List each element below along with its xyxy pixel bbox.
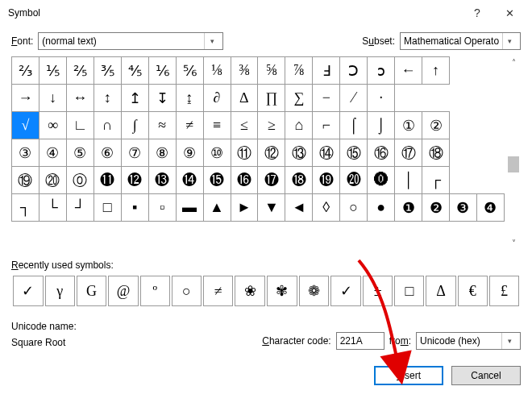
symbol-cell[interactable]: ≈ — [148, 112, 176, 139]
symbol-cell[interactable]: ⅗ — [94, 57, 121, 85]
symbol-cell[interactable]: ⑧ — [148, 139, 176, 167]
symbol-cell[interactable]: ⅖ — [66, 57, 94, 85]
symbol-cell[interactable]: ⑦ — [121, 139, 148, 167]
symbol-cell[interactable]: ⓱ — [258, 167, 285, 194]
recent-symbol-cell[interactable]: ○ — [172, 276, 202, 306]
symbol-cell[interactable]: ◄ — [285, 194, 313, 222]
symbol-cell[interactable]: ⓴ — [340, 167, 368, 194]
symbol-cell[interactable]: ⓳ — [313, 167, 340, 194]
symbol-cell[interactable]: ∞ — [39, 112, 66, 139]
symbol-cell[interactable]: ⑰ — [395, 139, 422, 167]
symbol-cell[interactable]: → — [12, 85, 39, 112]
symbol-cell[interactable]: ⑪ — [231, 139, 258, 167]
symbol-cell[interactable]: ○ — [340, 194, 368, 222]
symbol-cell[interactable]: ⌂ — [285, 112, 313, 139]
symbol-cell[interactable]: ⑳ — [39, 167, 66, 194]
symbol-cell[interactable]: ∟ — [66, 112, 94, 139]
recent-symbol-cell[interactable]: γ — [45, 276, 75, 306]
symbol-cell[interactable]: ⓲ — [285, 167, 313, 194]
symbol-cell[interactable]: Ↄ — [340, 57, 368, 85]
symbol-cell[interactable]: ⓭ — [148, 167, 176, 194]
symbol-cell[interactable]: ⑫ — [258, 139, 285, 167]
close-button[interactable]: ✕ — [493, 2, 526, 24]
symbol-cell[interactable]: ⅔ — [12, 57, 39, 85]
symbol-cell[interactable]: ⅞ — [285, 57, 313, 85]
symbol-cell[interactable]: ↧ — [148, 85, 176, 112]
symbol-cell[interactable]: ① — [395, 112, 422, 139]
symbol-cell[interactable]: ∏ — [258, 85, 285, 112]
symbol-cell[interactable]: ❹ — [476, 194, 504, 222]
symbol-cell[interactable]: ≠ — [176, 112, 203, 139]
symbol-cell[interactable]: ▲ — [203, 194, 231, 222]
recent-symbol-cell[interactable]: ≠ — [203, 276, 233, 306]
symbol-cell[interactable]: ⑬ — [285, 139, 313, 167]
recent-symbol-cell[interactable]: ± — [363, 276, 393, 306]
symbol-cell[interactable]: ④ — [39, 139, 66, 167]
symbol-cell[interactable]: ⑲ — [12, 167, 39, 194]
symbol-cell[interactable]: └ — [39, 194, 66, 222]
symbol-cell[interactable]: ❷ — [422, 194, 450, 222]
symbol-cell[interactable]: ⅝ — [258, 57, 285, 85]
symbol-cell[interactable]: ⓰ — [231, 167, 258, 194]
symbol-cell[interactable]: ⅛ — [203, 57, 231, 85]
symbol-cell[interactable]: ▼ — [258, 194, 285, 222]
symbol-cell[interactable]: ⓪ — [66, 167, 94, 194]
symbol-cell[interactable]: ▪ — [121, 194, 148, 222]
recent-symbol-cell[interactable]: Δ — [426, 276, 455, 306]
symbol-cell[interactable]: ⅘ — [121, 57, 148, 85]
symbol-cell[interactable]: ► — [231, 194, 258, 222]
recent-symbol-cell[interactable]: ✓ — [330, 276, 361, 306]
symbol-cell[interactable]: ⑯ — [368, 139, 395, 167]
recent-symbol-cell[interactable]: ✾ — [267, 276, 297, 306]
symbol-cell[interactable]: ② — [422, 112, 450, 139]
symbol-cell[interactable]: ↓ — [39, 85, 66, 112]
symbol-cell[interactable]: ⌠ — [340, 112, 368, 139]
symbol-cell[interactable]: ⑱ — [422, 139, 450, 167]
symbol-cell[interactable]: ▬ — [176, 194, 203, 222]
symbol-cell[interactable]: ↔ — [66, 85, 94, 112]
symbol-cell[interactable]: ≥ — [258, 112, 285, 139]
symbol-cell[interactable]: ⓫ — [94, 167, 121, 194]
symbol-cell[interactable]: ← — [395, 57, 422, 85]
recent-symbol-cell[interactable]: ❀ — [235, 276, 265, 306]
symbol-cell[interactable]: □ — [94, 194, 121, 222]
symbol-cell[interactable]: ❶ — [395, 194, 422, 222]
symbol-cell[interactable]: ⑭ — [313, 139, 340, 167]
recent-symbol-cell[interactable]: G — [77, 276, 107, 306]
symbol-cell[interactable]: ❸ — [450, 194, 477, 222]
symbol-cell[interactable]: ↕ — [94, 85, 121, 112]
symbol-cell[interactable]: ◊ — [313, 194, 340, 222]
char-code-input[interactable]: 221A — [336, 332, 384, 350]
symbol-cell[interactable]: ↨ — [176, 85, 203, 112]
recent-symbol-cell[interactable]: ✓ — [13, 276, 44, 306]
symbol-cell[interactable]: ⓯ — [203, 167, 231, 194]
symbol-cell[interactable]: ⑥ — [94, 139, 121, 167]
symbol-cell[interactable]: ⅕ — [39, 57, 66, 85]
symbol-cell[interactable]: ⓮ — [176, 167, 203, 194]
insert-button[interactable]: Insert — [374, 366, 443, 385]
symbol-cell[interactable]: ∫ — [121, 112, 148, 139]
symbol-cell[interactable]: ⑮ — [340, 139, 368, 167]
recent-symbol-cell[interactable]: □ — [394, 276, 424, 306]
symbol-cell[interactable]: ∙ — [368, 85, 395, 112]
recent-symbol-cell[interactable]: € — [458, 276, 488, 306]
scroll-up-icon[interactable]: ˄ — [508, 56, 519, 68]
symbol-cell[interactable]: ⓬ — [121, 167, 148, 194]
symbol-grid[interactable]: ⅔⅕⅖⅗⅘⅙⅚⅛⅜⅝⅞ℲↃↄ←↑→↓↔↕↥↧↨∂∆∏∑−∕∙√∞∟∩∫≈≠≡≤≥… — [11, 56, 505, 222]
recent-symbol-cell[interactable]: º — [140, 276, 170, 306]
symbol-cell[interactable]: ∑ — [285, 85, 313, 112]
cancel-button[interactable]: Cancel — [451, 366, 521, 385]
scroll-down-icon[interactable]: ˅ — [508, 237, 519, 248]
symbol-cell[interactable]: ∂ — [203, 85, 231, 112]
symbol-cell[interactable]: ≤ — [231, 112, 258, 139]
symbol-cell[interactable]: ⓿ — [368, 167, 395, 194]
help-button[interactable]: ? — [461, 2, 493, 24]
symbol-cell[interactable]: √ — [12, 112, 39, 139]
symbol-cell[interactable]: ⅜ — [231, 57, 258, 85]
symbol-cell[interactable]: │ — [395, 167, 422, 194]
symbol-cell[interactable]: ∩ — [94, 112, 121, 139]
scrollbar[interactable]: ˄ ˅ — [506, 56, 521, 248]
symbol-cell[interactable]: ↥ — [121, 85, 148, 112]
scroll-thumb[interactable] — [508, 156, 519, 172]
recent-symbols-grid[interactable]: ✓γG@º○≠❀✾❁✓±□Δ€£ — [11, 274, 521, 308]
